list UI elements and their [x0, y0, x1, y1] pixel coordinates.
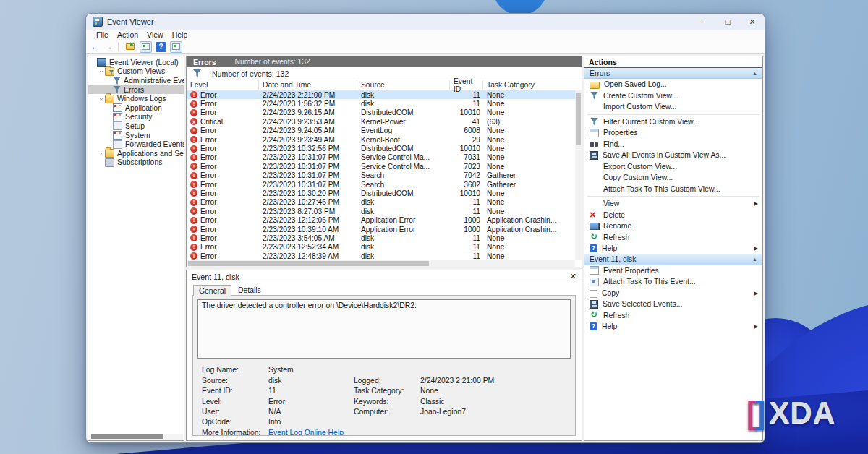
- source-cell: disk: [357, 90, 450, 99]
- action-open-saved-log[interactable]: Open Saved Log...: [584, 79, 762, 90]
- tab-general[interactable]: General: [193, 285, 231, 296]
- scrollbar-thumb[interactable]: [576, 93, 581, 145]
- field-label: Source:: [202, 377, 268, 385]
- tree-item-security[interactable]: Security: [88, 113, 184, 122]
- collapse-chevron-icon[interactable]: ▲: [752, 71, 757, 76]
- tree-item-forwarded-events[interactable]: Forwarded Events: [88, 140, 184, 149]
- action-properties[interactable]: Properties: [584, 127, 762, 139]
- scrollbar-thumb[interactable]: [91, 434, 163, 439]
- event-id-cell: 10010: [450, 108, 483, 117]
- action-help[interactable]: Help▶: [584, 243, 762, 254]
- tree-item-windows-logs[interactable]: ›Windows Logs: [88, 94, 184, 103]
- action-rename[interactable]: Rename: [584, 220, 762, 232]
- forward-arrow-icon[interactable]: →: [103, 42, 113, 51]
- tree-item-custom-views[interactable]: ›Custom Views: [88, 67, 184, 77]
- tree-item-subscriptions[interactable]: Subscriptions: [88, 158, 184, 168]
- table-row[interactable]: !Error2/23/2023 12:52:34 AMdisk11None: [187, 243, 575, 252]
- action-view[interactable]: View▶: [584, 198, 762, 210]
- action-delete[interactable]: Delete: [584, 210, 762, 221]
- tree-item-applications-and-services-log[interactable]: ›Applications and Services Log: [88, 149, 184, 158]
- event-id-cell: 11: [450, 234, 483, 242]
- table-row[interactable]: !Error2/23/2023 12:12:06 PMApplication E…: [187, 215, 575, 224]
- minimize-button[interactable]: –: [691, 14, 715, 30]
- source-cell: Search: [357, 180, 450, 189]
- open-saved-log-icon[interactable]: [124, 41, 136, 53]
- table-row[interactable]: !Error2/23/2023 10:31:07 PMService Contr…: [187, 162, 575, 171]
- table-row[interactable]: !Error2/23/2023 10:31:07 PMSearch3602Gat…: [187, 180, 575, 189]
- action-filter-current-custom-view[interactable]: Filter Current Custom View...: [584, 116, 762, 128]
- close-button[interactable]: ×: [740, 14, 765, 30]
- date-cell: 2/24/2023 1:56:32 PM: [259, 99, 357, 108]
- action-help[interactable]: Help▶: [584, 321, 762, 333]
- action-import-custom-view[interactable]: Import Custom View...: [584, 101, 762, 113]
- column-header-source[interactable]: Source: [357, 80, 450, 90]
- table-row[interactable]: !Error2/23/2023 10:39:10 AMApplication E…: [187, 225, 575, 234]
- tree-item-system[interactable]: System: [88, 131, 184, 140]
- action-refresh[interactable]: Refresh: [584, 232, 762, 244]
- table-row[interactable]: !Error2/24/2023 1:56:32 PMdisk11None: [187, 99, 575, 108]
- table-row[interactable]: !Error2/23/2023 3:54:05 AMdisk11None: [187, 234, 575, 242]
- actions-section-event-11-disk[interactable]: Event 11, disk▲: [584, 254, 762, 265]
- save-icon: [590, 151, 598, 160]
- source-cell: Application Error: [357, 215, 450, 224]
- menu-action[interactable]: Action: [113, 30, 142, 39]
- back-arrow-icon[interactable]: ←: [90, 42, 100, 51]
- table-row[interactable]: !Error2/23/2023 10:32:56 PMDistributedCO…: [187, 144, 575, 153]
- expander-icon[interactable]: ›: [98, 95, 105, 103]
- action-save-selected-events[interactable]: Save Selected Events...: [584, 299, 762, 310]
- table-row[interactable]: !Error2/23/2023 10:30:20 PMDistributedCO…: [187, 189, 575, 197]
- column-header-level[interactable]: Level: [187, 80, 259, 90]
- tree-item-errors[interactable]: Errors: [88, 85, 184, 95]
- console-tree-toggle-icon[interactable]: [140, 41, 152, 53]
- action-copy[interactable]: Copy▶: [584, 288, 762, 299]
- maximize-button[interactable]: □: [715, 14, 740, 30]
- column-header-event-id[interactable]: Event ID: [450, 80, 483, 90]
- tab-details[interactable]: Details: [232, 284, 267, 295]
- table-row[interactable]: !Error2/23/2023 10:31:07 PMSearch7042Gat…: [187, 171, 575, 180]
- action-create-custom-view[interactable]: Create Custom View...: [584, 90, 762, 102]
- collapse-chevron-icon[interactable]: ▲: [752, 257, 757, 262]
- action-export-custom-view[interactable]: Export Custom View...: [584, 161, 762, 173]
- table-row[interactable]: !Error2/24/2023 9:26:15 AMDistributedCOM…: [187, 108, 575, 117]
- action-copy-custom-view[interactable]: Copy Custom View...: [584, 172, 762, 184]
- table-row[interactable]: !Error2/24/2023 9:23:49 AMKernel-Boot29N…: [187, 135, 575, 144]
- expander-icon[interactable]: ›: [98, 68, 105, 75]
- field-value: Classic: [420, 398, 566, 406]
- events-horizontal-scrollbar[interactable]: [187, 260, 575, 267]
- menu-file[interactable]: File: [92, 30, 113, 39]
- action-attach-task-to-this-event[interactable]: Attach Task To This Event...: [584, 276, 762, 288]
- table-row[interactable]: !Error2/23/2023 10:27:46 PMdisk11None: [187, 198, 575, 207]
- action-pane-toggle-icon[interactable]: [170, 41, 182, 53]
- more-info-link[interactable]: Event Log Online Help: [268, 429, 354, 436]
- tree-item-event-viewer-local[interactable]: Event Viewer (Local): [88, 58, 184, 67]
- scrollbar-thumb[interactable]: [188, 261, 429, 266]
- action-find[interactable]: Find...: [584, 139, 762, 150]
- tree-horizontal-scrollbar[interactable]: [89, 434, 183, 440]
- detail-close-icon[interactable]: ✕: [570, 272, 576, 281]
- menu-view[interactable]: View: [142, 30, 168, 39]
- action-event-properties[interactable]: Event Properties: [584, 265, 762, 277]
- window-controls: – □ ×: [691, 14, 765, 30]
- table-row[interactable]: !Error2/23/2023 12:48:39 AMdisk11None: [187, 252, 575, 260]
- column-header-task-category[interactable]: Task Category: [483, 80, 575, 90]
- title-bar[interactable]: Event Viewer – □ ×: [86, 14, 765, 30]
- tree-item-application[interactable]: Application: [88, 103, 184, 113]
- table-row[interactable]: !Error2/23/2023 8:27:03 PMdisk11None: [187, 207, 575, 215]
- column-header-date-and-time[interactable]: Date and Time: [259, 80, 357, 90]
- help-icon[interactable]: ?: [156, 42, 166, 52]
- table-row[interactable]: !Error2/23/2023 10:31:07 PMService Contr…: [187, 153, 575, 162]
- tree-item-setup[interactable]: Setup: [88, 121, 184, 131]
- events-vertical-scrollbar[interactable]: [575, 90, 582, 260]
- actions-section-errors[interactable]: Errors▲: [584, 68, 762, 79]
- action-refresh[interactable]: Refresh: [584, 310, 762, 322]
- table-row[interactable]: xCritical2/24/2023 9:23:53 AMKernel-Powe…: [187, 117, 575, 126]
- expander-icon[interactable]: ›: [98, 150, 105, 157]
- error-icon: !: [190, 199, 197, 206]
- level-cell: xCritical: [187, 117, 259, 126]
- tree-item-administrative-events[interactable]: Administrative Events: [88, 76, 184, 85]
- action-save-all-events-in-custom-view-as[interactable]: Save All Events in Custom View As...: [584, 150, 762, 161]
- menu-help[interactable]: Help: [168, 30, 192, 39]
- table-row[interactable]: !Error2/24/2023 2:21:00 PMdisk11None: [187, 90, 575, 99]
- table-row[interactable]: !Error2/24/2023 9:24:05 AMEventLog6008No…: [187, 127, 575, 135]
- action-attach-task-to-this-custom-view[interactable]: Attach Task To This Custom View...: [584, 184, 762, 195]
